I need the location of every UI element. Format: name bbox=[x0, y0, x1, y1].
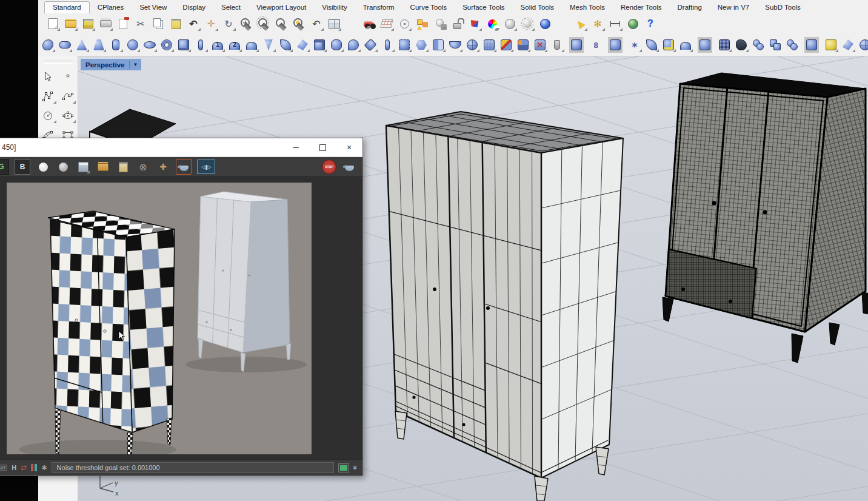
subd-sun-surface-icon[interactable] bbox=[661, 37, 676, 53]
track-mouse-icon[interactable]: ✚ bbox=[156, 160, 170, 174]
open-image-icon[interactable] bbox=[96, 160, 110, 174]
zoom-window-icon[interactable] bbox=[256, 16, 271, 32]
curve-icon[interactable] bbox=[59, 88, 76, 104]
print-icon[interactable] bbox=[98, 16, 113, 32]
subd-cone-icon[interactable] bbox=[75, 37, 89, 53]
subd-dashed-box-icon[interactable] bbox=[397, 37, 412, 53]
tab-new-in-v7[interactable]: New in V7 bbox=[710, 2, 757, 13]
earth-globe-icon[interactable] bbox=[626, 16, 640, 32]
polyline-icon[interactable] bbox=[40, 88, 56, 104]
clear-image-icon[interactable]: ⊗ bbox=[136, 160, 150, 174]
tab-viewport-layout[interactable]: Viewport Layout bbox=[249, 2, 314, 13]
render-image[interactable] bbox=[7, 183, 312, 454]
viewport-layout-grid-icon[interactable] bbox=[327, 16, 341, 32]
render-blue-sphere-icon[interactable] bbox=[538, 16, 552, 32]
display-flag-icon[interactable] bbox=[467, 16, 482, 32]
subd-rounded-box-icon[interactable] bbox=[329, 37, 344, 53]
tab-cplanes[interactable]: CPlanes bbox=[90, 2, 132, 13]
tab-render-tools[interactable]: Render Tools bbox=[613, 2, 670, 13]
subd-multipipe-icon[interactable] bbox=[261, 37, 276, 53]
subd-points-icon[interactable] bbox=[363, 37, 378, 53]
ellipse-icon[interactable] bbox=[59, 107, 76, 124]
toolbar-gap[interactable] bbox=[555, 16, 570, 32]
zoom-selected-icon[interactable] bbox=[292, 16, 306, 32]
mesh-repair-wrench-icon[interactable] bbox=[734, 37, 749, 53]
dimension-icon[interactable] bbox=[608, 16, 623, 32]
subd-stairs-icon[interactable] bbox=[499, 37, 513, 53]
tab-display[interactable]: Display bbox=[175, 2, 213, 13]
subd-offset-pin-icon[interactable] bbox=[193, 37, 208, 53]
color-wheel-icon[interactable] bbox=[485, 16, 499, 32]
pointer-arrow-icon[interactable] bbox=[40, 69, 56, 85]
subd-from-curves-1-icon[interactable]: 1 bbox=[210, 37, 225, 53]
subd-trash-icon[interactable] bbox=[550, 37, 564, 53]
tab-surface-tools[interactable]: Surface Tools bbox=[455, 2, 512, 13]
paste-icon[interactable] bbox=[169, 16, 183, 32]
cut-icon[interactable]: ✂ bbox=[133, 16, 148, 32]
histogram-h-icon[interactable]: H bbox=[12, 464, 16, 471]
subd-cylinder-icon[interactable] bbox=[109, 37, 123, 53]
subd-ellipsoid-icon[interactable] bbox=[142, 37, 157, 53]
tab-mesh-tools[interactable]: Mesh Tools bbox=[562, 2, 613, 13]
chevron-down-icon[interactable]: ▼ bbox=[132, 62, 139, 67]
polysurface-box-icon[interactable] bbox=[824, 37, 838, 53]
tab-drafting[interactable]: Drafting bbox=[670, 2, 710, 13]
subd-bridge-icon[interactable] bbox=[448, 37, 462, 53]
named-cplane-map-icon[interactable] bbox=[379, 16, 394, 32]
subd-patch-icon[interactable] bbox=[278, 37, 293, 53]
single-point-icon[interactable] bbox=[59, 69, 76, 85]
minimize-button[interactable] bbox=[282, 139, 309, 156]
open-file-icon[interactable] bbox=[63, 16, 78, 32]
render-window-titlebar[interactable]: 450] × bbox=[0, 138, 362, 157]
close-button[interactable]: × bbox=[336, 139, 362, 156]
tab-transform[interactable]: Transform bbox=[355, 2, 402, 13]
monitor-icon[interactable] bbox=[338, 463, 349, 472]
tab-curve-tools[interactable]: Curve Tools bbox=[402, 2, 455, 13]
options-gears-icon[interactable]: ✻ bbox=[590, 16, 605, 32]
zoom-in-icon[interactable] bbox=[239, 16, 253, 32]
circle-icon[interactable] bbox=[40, 107, 56, 124]
subd-extrude-icon[interactable] bbox=[312, 37, 327, 53]
subd-control-cage-icon[interactable] bbox=[41, 37, 55, 53]
subd-from-curves-2-icon[interactable]: 2 bbox=[227, 37, 242, 53]
delete-icon[interactable] bbox=[116, 16, 130, 32]
subd-crease-icon[interactable] bbox=[678, 37, 693, 53]
copy-icon[interactable] bbox=[151, 16, 165, 32]
lut-icon[interactable]: LUT bbox=[0, 465, 7, 471]
rotate-view-icon[interactable]: ↻ bbox=[221, 16, 236, 32]
render-region-teapot-icon[interactable] bbox=[176, 159, 192, 175]
save-icon[interactable] bbox=[81, 16, 95, 32]
lights-bulb-icon[interactable] bbox=[432, 16, 447, 32]
asterisk-icon[interactable]: ✱ bbox=[41, 464, 47, 472]
pan-hand-icon[interactable]: ✛ bbox=[204, 16, 218, 32]
subd-sphere-icon[interactable] bbox=[125, 37, 140, 53]
subd-colored-grid-icon[interactable] bbox=[516, 37, 530, 53]
subd-mesh-plane-icon[interactable] bbox=[482, 37, 496, 53]
collapse-chevrons-icon[interactable]: » bbox=[352, 466, 360, 470]
maximize-button[interactable] bbox=[309, 139, 336, 156]
copy-to-clipboard-icon[interactable] bbox=[116, 160, 130, 174]
mesh-corner-grid-icon[interactable] bbox=[717, 37, 732, 53]
toolbar-separator[interactable] bbox=[698, 37, 712, 53]
gray-balance-circle-icon[interactable] bbox=[56, 160, 70, 174]
channel-g-button[interactable]: G bbox=[0, 159, 9, 175]
tab-subd-tools[interactable]: SubD Tools bbox=[757, 2, 809, 13]
tab-visibility[interactable]: Visibility bbox=[314, 2, 355, 13]
stop-render-button[interactable]: STOP bbox=[322, 160, 336, 174]
tab-standard[interactable]: Standard bbox=[44, 1, 90, 13]
viewport-title-perspective[interactable]: Perspective ▼ bbox=[81, 59, 141, 70]
undo-icon[interactable]: ↶ bbox=[186, 16, 201, 32]
subd-bend-icon[interactable] bbox=[346, 37, 361, 53]
mesh-cycle-cubes-icon[interactable] bbox=[785, 37, 800, 53]
subd-plane-icon[interactable] bbox=[58, 37, 72, 53]
white-balance-circle-icon[interactable] bbox=[36, 160, 50, 174]
toolbar-separator[interactable] bbox=[804, 37, 819, 53]
color-bars-icon[interactable] bbox=[31, 464, 37, 471]
subd-hexagon-icon[interactable] bbox=[414, 37, 429, 53]
subd-pill-icon[interactable] bbox=[380, 37, 395, 53]
subd-truncated-cone-icon[interactable] bbox=[92, 37, 106, 53]
layer-state-shapes-icon[interactable] bbox=[415, 16, 429, 32]
help-icon[interactable]: ? bbox=[643, 16, 658, 32]
cone-pointer-icon[interactable] bbox=[573, 16, 587, 32]
ab-compare-icon[interactable]: ◁❚▷ bbox=[197, 160, 215, 174]
